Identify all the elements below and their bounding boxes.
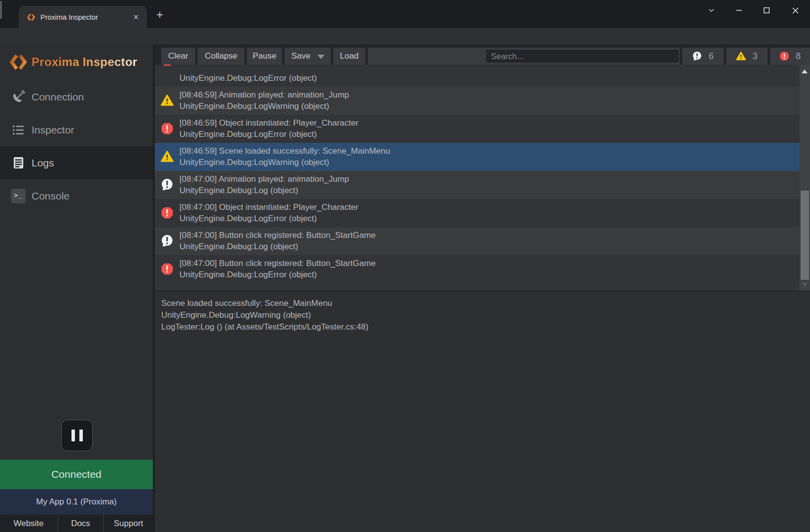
log-stacktrace: UnityEngine.Debug:LogError (object): [179, 270, 317, 280]
pause-connection-button[interactable]: [61, 420, 93, 451]
log-row[interactable]: [08:47:00] Object instantiated: Player_C…: [155, 199, 800, 227]
log-stacktrace: UnityEngine.Debug:LogError (object): [179, 73, 317, 83]
footer-link-support[interactable]: Support: [104, 515, 153, 532]
pause-icon: [79, 430, 83, 441]
document-icon: [11, 156, 26, 170]
log-message: [08:47:00] Animation played: animation_J…: [179, 174, 349, 184]
sidebar-item-label: Inspector: [32, 124, 74, 136]
log-row[interactable]: [08:47:00] Button click registered: Butt…: [155, 255, 800, 283]
detail-line: UnityEngine.Debug:LogWarning (object): [161, 309, 810, 321]
save-dropdown-icon[interactable]: [317, 55, 324, 59]
log-message: [08:47:00] Button click registered: Butt…: [179, 231, 376, 240]
clear-button[interactable]: Clear: [161, 48, 195, 65]
info-counter[interactable]: 6: [682, 48, 724, 65]
log-row[interactable]: [08:47:00] Button click registered: Butt…: [155, 227, 800, 255]
error-icon: [161, 122, 174, 135]
footer-link-website[interactable]: Website: [0, 515, 57, 532]
search-input[interactable]: [486, 50, 679, 63]
browser-tab[interactable]: Proxima Inspector ✕: [19, 6, 147, 28]
satellite-dish-icon: [11, 90, 26, 104]
warning-icon: [161, 150, 174, 163]
sidebar: Proxima Inspector Connection: [0, 44, 153, 532]
log-message: [08:46:59] Scene loaded successfully: Sc…: [179, 146, 390, 156]
maximize-button[interactable]: [761, 5, 772, 16]
warning-counter[interactable]: 3: [726, 48, 768, 65]
sidebar-item-inspector[interactable]: Inspector: [0, 113, 153, 146]
detail-line: LogTester:Log () (at Assets/TestScripts/…: [161, 321, 810, 333]
window-edge: [0, 1, 2, 19]
log-stacktrace: UnityEngine.Debug:LogError (object): [179, 214, 317, 224]
footer-link-docs[interactable]: Docs: [59, 515, 103, 532]
sidebar-item-label: Logs: [32, 157, 54, 169]
logs-toolbar: Clear Collapse Pause Save Load 6 3: [155, 48, 810, 65]
error-icon: [779, 51, 789, 61]
collapse-button[interactable]: Collapse: [198, 48, 245, 65]
connection-status-badge: Connected: [0, 460, 153, 489]
minimize-button[interactable]: [734, 5, 744, 16]
scroll-down-icon[interactable]: [802, 283, 808, 287]
log-message: [08:47:00] Object instantiated: Player_C…: [179, 202, 358, 212]
log-stacktrace: UnityEngine.Debug:Log (object): [179, 186, 298, 196]
log-stacktrace: UnityEngine.Debug:LogWarning (object): [179, 101, 329, 111]
detail-line: Scene loaded successfully: Scene_MainMen…: [161, 298, 810, 309]
pause-icon: [71, 430, 75, 441]
save-label: Save: [291, 51, 311, 61]
log-detail-pane: Scene loaded successfully: Scene_MainMen…: [155, 291, 810, 333]
scroll-up-icon[interactable]: [802, 69, 808, 73]
info-icon: [692, 51, 702, 61]
log-row[interactable]: [08:46:59] Animation played: animation_J…: [155, 87, 800, 115]
pause-button[interactable]: Pause: [247, 48, 282, 65]
new-tab-button[interactable]: +: [153, 9, 166, 22]
warning-icon: [161, 94, 174, 107]
save-button[interactable]: Save: [284, 48, 331, 65]
error-count: 8: [796, 51, 801, 62]
app-logo: Proxima Inspector: [9, 51, 138, 73]
log-row[interactable]: [08:46:59] Scene loaded successfully: Sc…: [155, 143, 800, 171]
connected-app-label: My App 0.1 (Proxima): [0, 489, 153, 515]
app-logo-text: Proxima Inspector: [32, 55, 138, 69]
log-list: UnityEngine.Debug:LogError (object)[08:4…: [155, 65, 810, 291]
load-button[interactable]: Load: [333, 48, 365, 65]
terminal-icon: >_: [11, 189, 26, 203]
warning-count: 3: [752, 51, 757, 62]
sidebar-item-label: Console: [32, 190, 70, 202]
tab-close-icon[interactable]: ✕: [131, 12, 141, 22]
sidebar-item-connection[interactable]: Connection: [0, 80, 153, 113]
sidebar-item-console[interactable]: >_ Console: [0, 179, 153, 212]
close-button[interactable]: [790, 5, 801, 16]
error-icon: [161, 206, 174, 219]
main-top-strip: [155, 44, 810, 48]
browser-window: Proxima Inspector ✕ +: [0, 0, 810, 532]
log-message: [08:47:00] Button click registered: Butt…: [179, 259, 376, 268]
search-segment: [368, 48, 680, 65]
sidebar-item-logs[interactable]: Logs: [0, 146, 153, 179]
log-row[interactable]: [08:47:00] Animation played: animation_J…: [155, 171, 800, 199]
tab-strip: Proxima Inspector ✕ +: [0, 0, 810, 28]
log-message: [08:46:59] Animation played: animation_J…: [179, 90, 349, 100]
search-box: [486, 50, 679, 63]
error-icon: [161, 263, 174, 275]
log-message: [08:46:59] Object instantiated: Player_C…: [179, 118, 358, 128]
scrollbar-thumb[interactable]: [801, 191, 809, 280]
tab-title: Proxima Inspector: [40, 13, 131, 21]
scrollbar[interactable]: [800, 65, 810, 291]
log-row[interactable]: [08:46:59] Object instantiated: Player_C…: [155, 115, 800, 143]
log-row[interactable]: UnityEngine.Debug:LogError (object): [155, 65, 800, 87]
proxima-logo-icon: [9, 53, 28, 71]
log-stacktrace: UnityEngine.Debug:LogWarning (object): [179, 158, 329, 167]
list-icon: [11, 123, 26, 137]
logs-page: Clear Collapse Pause Save Load 6 3: [153, 44, 810, 532]
tab-search-chevron-icon[interactable]: [706, 5, 717, 16]
sidebar-item-label: Connection: [32, 91, 84, 103]
log-stacktrace: UnityEngine.Debug:LogError (object): [179, 130, 317, 139]
error-icon: [161, 65, 174, 66]
error-counter[interactable]: 8: [770, 48, 810, 65]
info-count: 6: [708, 51, 713, 62]
sidebar-footer: Website Docs Support: [0, 515, 153, 532]
browser-toolbar: Not secure https://10.0.0.216:7759/logs: [0, 28, 810, 44]
info-icon: [161, 178, 174, 191]
warning-icon: [736, 51, 746, 61]
log-stacktrace: UnityEngine.Debug:Log (object): [179, 242, 298, 252]
info-icon: [161, 234, 174, 247]
proxima-favicon-icon: [27, 13, 35, 22]
